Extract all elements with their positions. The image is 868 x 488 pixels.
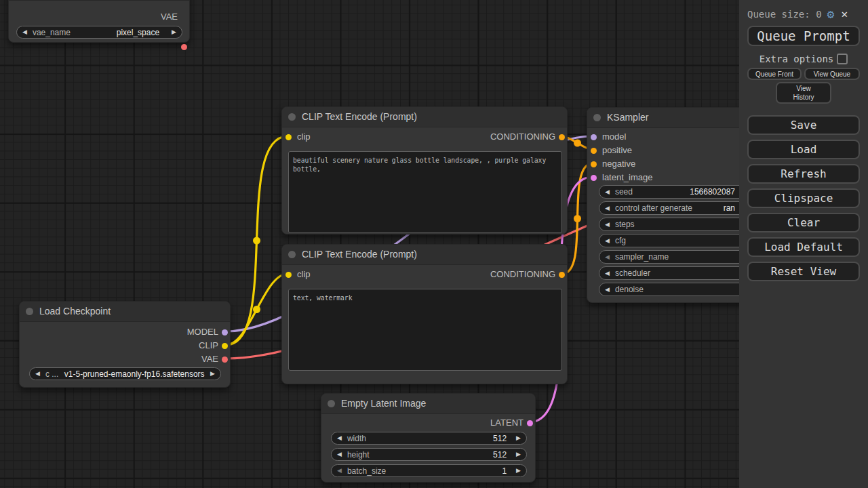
vae-port-icon[interactable]: [181, 44, 187, 50]
extra-options-checkbox[interactable]: [837, 54, 848, 64]
view-queue-button[interactable]: View Queue: [804, 68, 860, 80]
reset-view-button[interactable]: Reset View: [747, 262, 860, 281]
latent-port-icon[interactable]: [527, 420, 533, 426]
height-widget[interactable]: ◀ height 512 ▶: [331, 448, 527, 461]
model-port-icon[interactable]: [222, 329, 228, 336]
node-title-bar[interactable]: CLIP Text Encode (Prompt): [282, 107, 567, 127]
decrement-arrow-icon[interactable]: ◀: [22, 29, 27, 35]
width-widget[interactable]: ◀ width 512 ▶: [331, 432, 527, 445]
node-clip-text-encode-negative[interactable]: CLIP Text Encode (Prompt) clip CONDITION…: [281, 244, 568, 384]
decrement-arrow-icon[interactable]: ◀: [605, 189, 610, 195]
clip-port-icon[interactable]: [285, 134, 292, 140]
decrement-arrow-icon[interactable]: ◀: [605, 254, 610, 260]
sampler-name-widget[interactable]: ◀ sampler_name: [599, 250, 752, 264]
widget-label: seed: [615, 187, 633, 197]
conditioning-port-icon[interactable]: [559, 134, 565, 140]
link-midpoint-dot: [574, 215, 581, 222]
output-slot-latent: LATENT: [321, 416, 535, 430]
increment-arrow-icon[interactable]: ▶: [516, 451, 521, 458]
collapse-dot-icon[interactable]: [328, 400, 335, 407]
collapse-dot-icon[interactable]: [288, 251, 296, 258]
output-slot-vae: VAE: [9, 10, 189, 24]
queue-status-row: Queue size: 0 ⚙ ✕: [747, 7, 860, 22]
widget-label: cfg: [615, 236, 626, 245]
control-after-generate-widget[interactable]: ◀ control after generate ran: [599, 201, 752, 215]
link-midpoint-dot: [253, 306, 260, 313]
conditioning-port-icon[interactable]: [591, 148, 597, 154]
increment-arrow-icon[interactable]: ▶: [516, 468, 521, 474]
collapse-dot-icon[interactable]: [26, 308, 33, 315]
clip-port-icon[interactable]: [222, 343, 228, 349]
save-button[interactable]: Save: [747, 115, 860, 135]
collapse-dot-icon[interactable]: [288, 113, 296, 121]
decrement-arrow-icon[interactable]: ◀: [605, 222, 610, 228]
comfyui-app: VAE ◀ vae_name pixel_space ▶ Load Checkp…: [0, 0, 868, 488]
denoise-widget[interactable]: ◀ denoise: [599, 283, 752, 296]
clip-port-icon[interactable]: [285, 272, 292, 278]
decrement-arrow-icon[interactable]: ◀: [337, 468, 342, 474]
node-vae-loader[interactable]: VAE ◀ vae_name pixel_space ▶: [8, 0, 190, 43]
decrement-arrow-icon[interactable]: ◀: [605, 270, 610, 277]
node-clip-text-encode-positive[interactable]: CLIP Text Encode (Prompt) clip CONDITION…: [281, 106, 568, 235]
input-slot-positive: positive: [587, 144, 762, 157]
node-empty-latent-image[interactable]: Empty Latent Image LATENT ◀ width 512 ▶ …: [321, 393, 536, 483]
conditioning-port-icon[interactable]: [559, 272, 565, 278]
widget-label: c ...: [45, 369, 58, 379]
ckpt-name-widget[interactable]: ◀ c ... v1-5-pruned-emaonly-fp16.safeten…: [29, 367, 221, 380]
vae-name-widget[interactable]: ◀ vae_name pixel_space ▶: [16, 26, 182, 39]
cfg-widget[interactable]: ◀ cfg: [599, 234, 752, 247]
scheduler-widget[interactable]: ◀ scheduler: [599, 266, 752, 280]
queue-front-button[interactable]: Queue Front: [747, 68, 802, 80]
node-load-checkpoint[interactable]: Load Checkpoint MODEL CLIP VAE ◀ c ... v…: [19, 301, 231, 388]
view-history-button[interactable]: View History: [776, 82, 831, 104]
latent-port-icon[interactable]: [591, 175, 597, 181]
load-default-button[interactable]: Load Default: [747, 237, 860, 257]
load-button[interactable]: Load: [747, 140, 860, 159]
refresh-button[interactable]: Refresh: [747, 164, 860, 184]
vae-port-icon[interactable]: [222, 357, 228, 363]
decrement-arrow-icon[interactable]: ◀: [35, 371, 40, 377]
widget-value: v1-5-pruned-emaonly-fp16.safetensors: [58, 369, 210, 379]
clipspace-button[interactable]: Clipspace: [747, 188, 860, 208]
close-icon[interactable]: ✕: [841, 9, 848, 20]
increment-arrow-icon[interactable]: ▶: [210, 371, 215, 377]
widget-value: 1566802087: [690, 187, 735, 197]
batch-size-widget[interactable]: ◀ batch_size 1 ▶: [331, 464, 527, 477]
widget-label: width: [347, 434, 366, 443]
model-port-icon[interactable]: [591, 134, 597, 140]
node-title: CLIP Text Encode (Prompt): [302, 249, 417, 260]
node-title-bar[interactable]: CLIP Text Encode (Prompt): [282, 245, 567, 265]
decrement-arrow-icon[interactable]: ◀: [605, 205, 610, 211]
widget-label: scheduler: [615, 268, 650, 278]
prompt-text-area[interactable]: text, watermark: [288, 289, 562, 371]
settings-gear-icon[interactable]: ⚙: [827, 8, 835, 20]
decrement-arrow-icon[interactable]: ◀: [605, 287, 610, 293]
decrement-arrow-icon[interactable]: ◀: [337, 451, 342, 458]
widget-label: sampler_name: [615, 252, 669, 262]
output-label: VAE: [161, 12, 178, 22]
node-title-bar[interactable]: [9, 0, 189, 1]
input-label: positive: [602, 145, 632, 155]
increment-arrow-icon[interactable]: ▶: [516, 435, 521, 441]
prompt-text-area[interactable]: beautiful scenery nature glass bottle la…: [288, 151, 562, 233]
node-title-bar[interactable]: Load Checkpoint: [20, 302, 230, 322]
steps-widget[interactable]: ◀ steps: [599, 218, 752, 231]
output-label: LATENT: [490, 418, 524, 428]
increment-arrow-icon[interactable]: ▶: [172, 29, 176, 35]
conditioning-port-icon[interactable]: [591, 161, 597, 167]
menu-buttons: Save Load Refresh Clipspace Clear Load D…: [747, 115, 860, 281]
decrement-arrow-icon[interactable]: ◀: [605, 238, 610, 244]
queue-size-label: Queue size: 0: [747, 9, 822, 20]
slot-row: clip CONDITIONING: [282, 130, 567, 144]
node-title-bar[interactable]: KSampler: [587, 108, 762, 128]
node-ksampler[interactable]: KSampler model positive negative latent_…: [587, 107, 763, 303]
clear-button[interactable]: Clear: [747, 213, 860, 232]
extra-options-label: Extra options: [760, 54, 834, 64]
queue-prompt-button[interactable]: Queue Prompt: [747, 26, 860, 46]
decrement-arrow-icon[interactable]: ◀: [337, 435, 342, 441]
seed-widget[interactable]: ◀ seed 1566802087: [599, 185, 752, 199]
collapse-dot-icon[interactable]: [593, 114, 601, 121]
widget-label: height: [347, 450, 370, 460]
widget-label: batch_size: [347, 466, 386, 476]
node-title-bar[interactable]: Empty Latent Image: [321, 394, 535, 414]
